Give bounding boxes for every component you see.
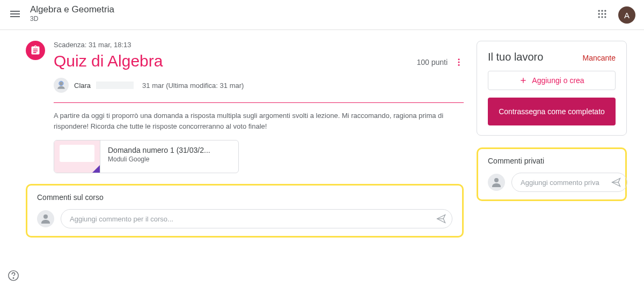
attachment-thumbnail xyxy=(54,140,100,173)
course-title[interactable]: Algebra e Geometria xyxy=(30,4,597,15)
posted-date: 31 mar (Ultima modifica: 31 mar) xyxy=(142,81,244,90)
user-avatar-icon xyxy=(37,210,54,227)
user-avatar[interactable]: A xyxy=(618,6,635,24)
private-comment-input[interactable] xyxy=(521,179,611,187)
due-date: Scadenza: 31 mar, 18:13 xyxy=(54,41,464,49)
header-right: A xyxy=(597,6,635,24)
send-icon[interactable] xyxy=(436,213,447,224)
more-icon[interactable] xyxy=(454,57,464,67)
work-title: Il tuo lavoro xyxy=(488,51,543,63)
main-column: Scadenza: 31 mar, 18:13 Quiz di Algebra … xyxy=(26,41,464,238)
add-or-create-button[interactable]: Aggiungi o crea xyxy=(488,71,616,90)
assignment-title: Quiz di Algebra xyxy=(54,52,163,70)
course-comment-input[interactable] xyxy=(70,215,436,223)
svg-point-19 xyxy=(13,278,13,278)
svg-point-6 xyxy=(598,16,600,18)
course-comments-box: Commenti sul corso xyxy=(26,184,464,238)
your-work-card: Il tuo lavoro Mancante Aggiungi o crea C… xyxy=(477,41,627,136)
assignment-icon xyxy=(26,41,45,60)
main-content: Scadenza: 31 mar, 18:13 Quiz di Algebra … xyxy=(0,30,644,248)
private-comments-label: Commenti privati xyxy=(488,157,616,165)
redacted-surname xyxy=(96,81,134,89)
course-comments-label: Commenti sul corso xyxy=(37,193,452,202)
svg-point-4 xyxy=(601,13,603,14)
svg-point-7 xyxy=(601,16,603,18)
svg-point-9 xyxy=(458,58,460,60)
course-section: 3D xyxy=(30,15,597,23)
add-label: Aggiungi o crea xyxy=(532,76,584,85)
attachment-info: Domanda numero 1 (31/03/2... Moduli Goog… xyxy=(100,140,218,173)
svg-point-1 xyxy=(601,10,603,12)
send-icon[interactable] xyxy=(611,177,621,188)
help-icon[interactable] xyxy=(8,270,19,281)
points-value: 100 punti xyxy=(416,58,448,66)
header-titles: Algebra e Geometria 3D xyxy=(30,4,597,23)
assignment-description: A partire da oggi ti proporrò una domand… xyxy=(54,110,464,131)
course-comment-row xyxy=(37,209,452,228)
plus-icon xyxy=(519,76,528,85)
apps-icon[interactable] xyxy=(597,9,610,21)
attachment-card[interactable]: Domanda numero 1 (31/03/2... Moduli Goog… xyxy=(54,140,239,173)
work-status: Mancante xyxy=(583,54,616,62)
user-avatar-icon xyxy=(488,174,505,191)
side-column: Il tuo lavoro Mancante Aggiungi o crea C… xyxy=(477,41,627,238)
private-comments-card: Commenti privati xyxy=(477,147,627,201)
svg-point-0 xyxy=(598,10,600,12)
svg-point-2 xyxy=(604,10,606,12)
points-row: 100 punti xyxy=(416,57,464,67)
svg-point-8 xyxy=(604,16,606,18)
svg-point-16 xyxy=(494,178,499,182)
work-head: Il tuo lavoro Mancante xyxy=(488,51,616,63)
svg-point-12 xyxy=(60,81,63,85)
teacher-row: Clara 31 mar (Ultima modifica: 31 mar) xyxy=(54,78,464,93)
svg-point-11 xyxy=(458,64,460,66)
private-comment-row xyxy=(488,173,616,192)
assignment-main: Scadenza: 31 mar, 18:13 Quiz di Algebra … xyxy=(54,41,464,173)
teacher-name: Clara xyxy=(74,81,91,90)
svg-point-5 xyxy=(604,13,606,14)
assignment-title-row: Quiz di Algebra 100 punti xyxy=(54,52,464,70)
attachment-title: Domanda numero 1 (31/03/2... xyxy=(108,146,210,154)
svg-point-10 xyxy=(458,62,460,63)
app-header: Algebra e Geometria 3D A xyxy=(0,0,644,30)
mark-done-button[interactable]: Contrassegna come completato xyxy=(488,98,616,125)
attachment-type: Moduli Google xyxy=(108,155,210,163)
svg-point-3 xyxy=(598,13,600,14)
divider xyxy=(54,102,464,103)
assignment-header: Scadenza: 31 mar, 18:13 Quiz di Algebra … xyxy=(26,41,464,173)
svg-point-14 xyxy=(43,214,48,219)
menu-icon[interactable] xyxy=(9,8,21,20)
private-comment-input-wrap xyxy=(511,173,627,192)
course-comment-input-wrap xyxy=(61,209,452,228)
teacher-avatar-icon xyxy=(54,78,69,93)
